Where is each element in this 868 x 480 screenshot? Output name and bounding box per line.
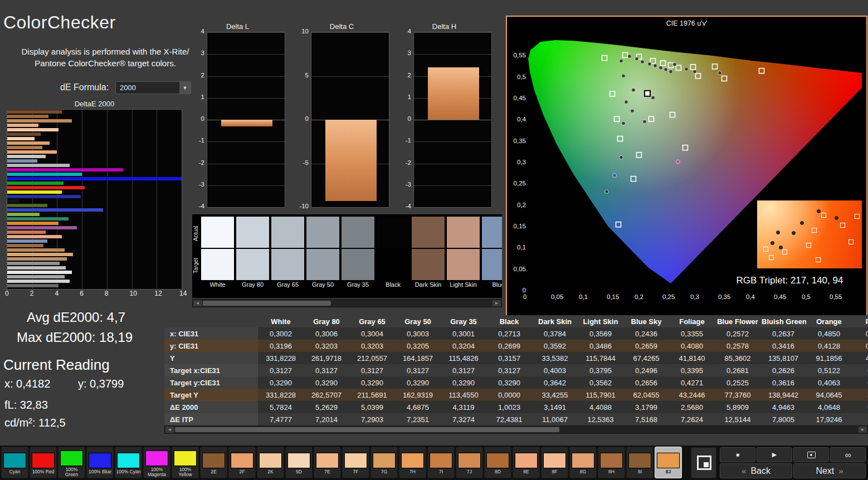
swatch-scroll-thumb[interactable]	[203, 301, 331, 306]
table-cell: 0,3416	[760, 340, 806, 352]
y-tick-label: -2	[397, 159, 411, 166]
subtitle-line1: Display analysis is performed with the X…	[22, 47, 189, 56]
patch-button-100-blue[interactable]: 100% Blue	[86, 447, 114, 478]
table-cell: 331,8228	[258, 389, 304, 401]
page-title: ColorChecker	[3, 12, 116, 33]
patch-button-7f[interactable]: 7F	[342, 447, 369, 478]
swatch-label: Black	[377, 281, 409, 288]
patch-button-8j[interactable]: 8J	[655, 447, 682, 478]
patch-button-cyan[interactable]: Cyan	[1, 447, 28, 478]
table-cell: 7,5168	[623, 413, 669, 425]
table-cell: 0,3127	[441, 364, 486, 376]
table-cell: 3,1799	[623, 401, 669, 413]
patch-button-2e[interactable]: 2E	[200, 447, 227, 478]
table-cell: 115,7901	[578, 389, 623, 401]
results-table-wrap: WhiteGray 80Gray 65Gray 50Gray 35BlackDa…	[164, 315, 868, 425]
measurement-circle-marker	[625, 100, 628, 104]
de-bar	[7, 186, 85, 189]
y-tick-label: -3	[397, 181, 411, 188]
play-button[interactable]: ▶	[757, 447, 792, 462]
patch-button-100-yellow[interactable]: 100% Yellow	[172, 447, 199, 478]
patch-color-swatch	[657, 453, 680, 468]
table-row: x: CIE310,30020,30060,30040,30030,30010,…	[164, 327, 868, 340]
capture-button[interactable]	[793, 447, 829, 462]
back-button[interactable]: « Back	[720, 463, 792, 478]
measurement-circle-marker	[685, 67, 689, 71]
patch-button-8h[interactable]: 8H	[598, 447, 625, 478]
table-cell: 7,2903	[349, 413, 395, 425]
patch-button-8d[interactable]: 8D	[484, 447, 511, 478]
table-cell: 0,2659	[623, 340, 669, 352]
measurement-circle-marker	[693, 70, 697, 74]
cie-y-tick: 0,55	[508, 52, 526, 58]
inset-square-marker	[840, 223, 845, 228]
table-cell: 11,0067	[532, 413, 578, 425]
patch-label: 2F	[229, 469, 255, 474]
de-bar	[7, 164, 70, 167]
patch-button-100-green[interactable]: 100% Green	[58, 447, 85, 478]
patch-window-button[interactable]	[691, 447, 716, 478]
scroll-right-icon[interactable]: ►	[492, 300, 501, 306]
patch-button-100-magenta[interactable]: 100% Magenta	[143, 447, 170, 478]
actual-swatch	[306, 217, 339, 248]
gridline	[414, 207, 491, 208]
patch-button-8f[interactable]: 8F	[541, 447, 568, 478]
table-cell: 135,8107	[760, 352, 806, 364]
table-row: Target x:CIE310,31270,31270,31270,31270,…	[164, 364, 868, 376]
table-cell: 138,9442	[760, 389, 806, 401]
chevron-down-icon[interactable]: ▼	[179, 82, 191, 94]
patch-label: 7I	[428, 469, 454, 474]
y-tick-label: -3	[190, 181, 204, 188]
patch-button-5d[interactable]: 5D	[285, 447, 313, 478]
patch-button-100-cyan[interactable]: 100% Cyan	[115, 447, 142, 478]
de-bar	[7, 119, 72, 123]
patch-button-7e[interactable]: 7E	[314, 447, 341, 478]
selected-target-marker	[645, 91, 650, 96]
table-row-label: Y	[164, 352, 258, 364]
patch-button-2k[interactable]: 2K	[257, 447, 284, 478]
patch-button-2f[interactable]: 2F	[228, 447, 256, 478]
patch-toolbar: Cyan100% Red100% Green100% Blue100% Cyan…	[0, 445, 868, 480]
patch-button-8g[interactable]: 8G	[569, 447, 597, 478]
loop-button[interactable]: ∞	[830, 447, 866, 462]
table-cell: 0,208	[852, 340, 868, 352]
patch-button-7h[interactable]: 7H	[399, 447, 426, 478]
gridline	[82, 110, 82, 289]
stop-button[interactable]: ■	[720, 447, 755, 462]
y-tick-label: 2	[190, 72, 204, 79]
patch-button-8i[interactable]: 8I	[626, 447, 654, 478]
play-icon: ▶	[772, 451, 777, 458]
table-row-label: Target x:CIE31	[164, 364, 258, 376]
cie-y-tick: 0,5	[508, 74, 526, 80]
de-formula-label: dE Formula:	[60, 82, 109, 92]
table-cell: 94,0645	[806, 389, 852, 401]
inset-square-marker	[849, 239, 854, 244]
table-row: Y331,8228261,9718212,0557164,1857115,482…	[164, 352, 868, 364]
patch-button-100-red[interactable]: 100% Red	[30, 447, 57, 478]
scroll-left-icon[interactable]: ◄	[165, 427, 174, 433]
de-formula-value: 2000	[116, 84, 179, 92]
target-swatch	[201, 249, 234, 280]
table-cell: 0,2572	[715, 327, 760, 340]
measurement-circle-marker	[648, 62, 652, 66]
de-bar	[7, 159, 37, 163]
patch-label: 8E	[513, 469, 539, 474]
patch-button-7i[interactable]: 7I	[427, 447, 455, 478]
gridline	[414, 185, 491, 186]
swatch-strip-scrollbar[interactable]: ◄ ►	[192, 299, 502, 307]
table-scroll-thumb[interactable]	[175, 427, 559, 432]
x-tick-label: 0	[5, 290, 9, 297]
de-formula-dropdown[interactable]: 2000 ▼	[115, 81, 191, 94]
patch-color-swatch	[259, 453, 282, 468]
patch-button-7g[interactable]: 7G	[370, 447, 398, 478]
table-scrollbar[interactable]: ◄ ►	[164, 425, 868, 434]
table-column-header: Gray 65	[349, 315, 395, 327]
scroll-right-icon[interactable]: ►	[859, 427, 867, 433]
next-button[interactable]: Next »	[793, 463, 866, 478]
y-tick-label: -10	[294, 203, 309, 209]
actual-swatch	[201, 217, 234, 248]
patch-button-7j[interactable]: 7J	[456, 447, 483, 478]
patch-button-8e[interactable]: 8E	[513, 447, 540, 478]
gridline	[311, 207, 389, 208]
scroll-left-icon[interactable]: ◄	[193, 300, 202, 306]
